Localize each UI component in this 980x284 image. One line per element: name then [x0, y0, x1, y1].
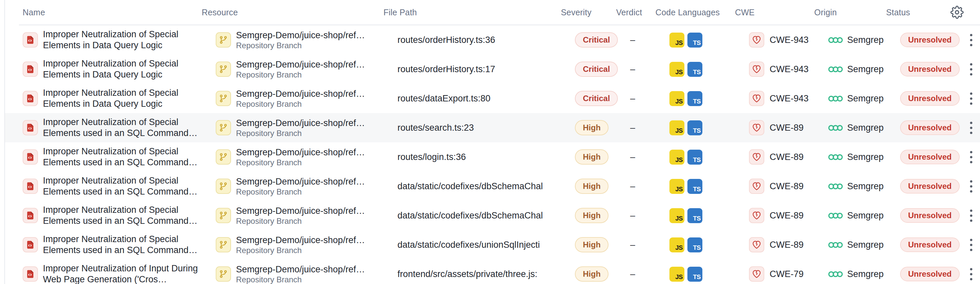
table-row[interactable]: Improper Neutralization of Special Eleme…: [5, 113, 980, 142]
broken-heart-icon: [749, 62, 764, 77]
verdict-value: –: [630, 64, 670, 75]
broken-heart-icon: [749, 267, 764, 282]
code-languages-cell: JS TS: [670, 267, 749, 282]
severity-badge: High: [575, 208, 609, 223]
file-path: data/static/codefixes/unionSqlInjecti: [398, 240, 569, 250]
table-row[interactable]: Improper Neutralization of Special Eleme…: [5, 84, 980, 113]
verdict-value: –: [630, 123, 670, 133]
cwe-cell: CWE-89: [749, 149, 828, 165]
severity-cell: Critical: [575, 62, 630, 77]
resource-cell: Semgrep-Demo/juice-shop/ref… Repository …: [216, 30, 398, 50]
git-branch-icon: [216, 237, 231, 252]
row-actions-menu-button[interactable]: [968, 237, 974, 253]
severity-cell: High: [575, 208, 630, 223]
resource-type: Repository Branch: [236, 158, 365, 167]
cwe-cell: CWE-89: [749, 237, 828, 252]
code-languages-cell: JS TS: [670, 33, 749, 48]
git-branch-icon: [216, 149, 231, 165]
javascript-icon: JS: [670, 91, 684, 106]
table-row[interactable]: Improper Neutralization of Special Eleme…: [5, 25, 980, 54]
resource-type: Repository Branch: [236, 187, 365, 197]
finding-name: Improper Neutralization of Special Eleme…: [43, 205, 204, 227]
findings-table: Name Resource File Path Severity Verdict…: [5, 0, 980, 284]
table-row[interactable]: Improper Neutralization of Special Eleme…: [5, 54, 980, 84]
table-header-row: Name Resource File Path Severity Verdict…: [19, 0, 980, 25]
resource-cell: Semgrep-Demo/juice-shop/ref… Repository …: [216, 176, 398, 197]
row-actions-menu-button[interactable]: [968, 149, 974, 165]
git-branch-icon: [216, 91, 231, 106]
semgrep-rings-icon: [828, 152, 843, 162]
code-languages-cell: JS TS: [670, 208, 749, 223]
column-header-status: Status: [886, 8, 948, 17]
cwe-id: CWE-943: [770, 94, 808, 104]
cwe-cell: CWE-943: [749, 32, 828, 48]
resource-cell: Semgrep-Demo/juice-shop/ref… Repository …: [216, 118, 398, 138]
file-path: routes/search.ts:23: [398, 123, 569, 133]
origin-cell: Semgrep: [828, 35, 900, 45]
severity-badge: Critical: [575, 32, 618, 48]
status-cell: Unresolved: [900, 62, 962, 76]
name-cell: Improper Neutralization of Special Eleme…: [23, 175, 216, 197]
status-badge: Unresolved: [900, 238, 960, 252]
origin-label: Semgrep: [847, 152, 884, 162]
broken-heart-icon: [749, 120, 764, 135]
git-branch-icon: [216, 62, 231, 77]
status-cell: Unresolved: [900, 179, 962, 194]
file-code-icon: [23, 62, 38, 77]
cwe-cell: CWE-943: [749, 91, 828, 106]
semgrep-rings-icon: [828, 36, 843, 44]
resource-type: Repository Branch: [236, 275, 365, 284]
kebab-menu-icon: [970, 151, 972, 153]
resource-name: Semgrep-Demo/juice-shop/ref…: [236, 206, 365, 216]
severity-cell: Critical: [575, 91, 630, 106]
file-code-icon: [23, 267, 38, 282]
cwe-id: CWE-89: [770, 123, 803, 133]
typescript-icon: TS: [687, 179, 702, 194]
row-actions-menu-button[interactable]: [968, 90, 974, 107]
resource-cell: Semgrep-Demo/juice-shop/ref… Repository …: [216, 264, 398, 284]
file-code-icon: [23, 120, 38, 135]
severity-badge: High: [575, 120, 609, 135]
cwe-id: CWE-943: [770, 35, 808, 45]
row-actions-menu-button[interactable]: [968, 178, 974, 195]
table-row[interactable]: Improper Neutralization of Special Eleme…: [5, 171, 980, 201]
javascript-icon: JS: [670, 238, 684, 252]
verdict-value: –: [630, 240, 670, 250]
typescript-icon: TS: [687, 267, 702, 282]
broken-heart-icon: [749, 32, 764, 48]
kebab-menu-icon: [970, 34, 972, 36]
table-row[interactable]: Improper Neutralization of Input During …: [5, 259, 980, 284]
finding-name: Improper Neutralization of Special Eleme…: [43, 87, 204, 109]
row-actions-menu-button[interactable]: [968, 208, 974, 224]
table-row[interactable]: Improper Neutralization of Special Eleme…: [5, 201, 980, 230]
semgrep-rings-icon: [828, 94, 843, 103]
row-actions-menu-button[interactable]: [968, 120, 974, 136]
resource-type: Repository Branch: [236, 70, 365, 79]
column-header-severity: Severity: [561, 8, 616, 17]
finding-name: Improper Neutralization of Special Eleme…: [43, 234, 204, 256]
resource-name: Semgrep-Demo/juice-shop/ref…: [236, 235, 365, 246]
table-row[interactable]: Improper Neutralization of Special Eleme…: [5, 142, 980, 171]
row-actions-menu-button[interactable]: [968, 266, 974, 282]
status-badge: Unresolved: [900, 121, 960, 135]
table-row[interactable]: Improper Neutralization of Special Eleme…: [5, 230, 980, 259]
table-settings-button[interactable]: [950, 5, 964, 20]
cwe-cell: CWE-89: [749, 208, 828, 223]
kebab-menu-icon: [970, 63, 972, 65]
row-actions-menu-button[interactable]: [968, 61, 974, 78]
column-header-verdict: Verdict: [616, 8, 655, 17]
origin-cell: Semgrep: [828, 240, 900, 250]
broken-heart-icon: [749, 149, 764, 165]
kebab-menu-icon: [970, 209, 972, 212]
resource-name: Semgrep-Demo/juice-shop/ref…: [236, 147, 365, 158]
severity-cell: High: [575, 179, 630, 194]
origin-label: Semgrep: [847, 64, 884, 75]
resource-name: Semgrep-Demo/juice-shop/ref…: [236, 118, 365, 129]
row-actions-menu-button[interactable]: [968, 32, 974, 48]
file-code-icon: [23, 237, 38, 252]
kebab-menu-icon: [970, 268, 972, 270]
file-path: data/static/codefixes/dbSchemaChal: [398, 181, 569, 192]
origin-cell: Semgrep: [828, 152, 900, 162]
git-branch-icon: [216, 267, 231, 282]
file-code-icon: [23, 32, 38, 48]
